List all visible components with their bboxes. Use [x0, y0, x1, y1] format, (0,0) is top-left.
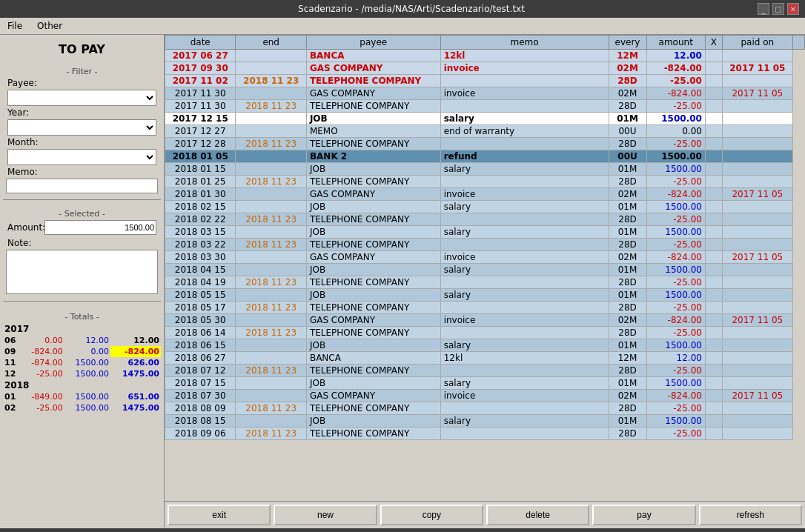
table-row[interactable]: 2017 06 27 BANCA 12kl 12M 12.00 — [165, 50, 805, 62]
year-select[interactable] — [7, 119, 156, 136]
cell-payee: TELEPHONE COMPANY — [306, 213, 440, 226]
payee-select[interactable] — [7, 90, 156, 106]
cell-x — [705, 62, 722, 75]
table-row[interactable]: 2018 04 15 JOB salary 01M 1500.00 — [165, 264, 805, 276]
header-x[interactable]: X — [705, 36, 722, 50]
cell-end — [236, 390, 306, 402]
cell-amount: 0.00 — [646, 125, 705, 138]
table-row[interactable]: 2018 06 15 JOB salary 01M 1500.00 — [165, 339, 805, 352]
table-row[interactable]: 2018 08 15 JOB salary 01M 1500.00 — [165, 415, 805, 428]
totals-month-row: 06 0.00 12.00 12.00 — [3, 335, 161, 346]
window-controls[interactable]: _ □ ✕ — [758, 3, 799, 15]
cell-every: 28D — [609, 239, 646, 251]
cell-memo — [440, 239, 609, 251]
cell-x — [705, 365, 722, 377]
table-row[interactable]: 2018 03 30 GAS COMPANY invoice 02M -824.… — [165, 251, 805, 264]
refresh-button[interactable]: refresh — [699, 505, 802, 525]
table-row[interactable]: 2018 06 14 2018 11 23 TELEPHONE COMPANY … — [165, 327, 805, 339]
table-row[interactable]: 2018 07 12 2018 11 23 TELEPHONE COMPANY … — [165, 365, 805, 377]
maximize-button[interactable]: □ — [772, 3, 784, 15]
table-row[interactable]: 2018 08 09 2018 11 23 TELEPHONE COMPANY … — [165, 402, 805, 415]
totals-month-row: 09 -824.00 0.00 -824.00 — [3, 346, 161, 357]
totals-year-row: 2018 — [3, 379, 161, 391]
cell-date: 2018 07 15 — [165, 377, 236, 390]
table-row[interactable]: 2018 04 19 2018 11 23 TELEPHONE COMPANY … — [165, 276, 805, 289]
cell-amount: -824.00 — [646, 188, 705, 201]
totals-table: 2017 06 0.00 12.00 12.00 09 -824.00 0.00… — [3, 323, 161, 413]
note-textarea[interactable] — [6, 250, 158, 294]
memo-input[interactable] — [6, 179, 158, 193]
cell-x — [705, 100, 722, 113]
header-memo[interactable]: memo — [440, 36, 609, 50]
cell-date: 2017 12 15 — [165, 113, 236, 125]
table-row[interactable]: 2017 12 15 JOB salary 01M 1500.00 — [165, 113, 805, 125]
cell-payee: BANCA — [306, 352, 440, 365]
header-date[interactable]: date — [165, 36, 236, 50]
table-row[interactable]: 2018 03 15 JOB salary 01M 1500.00 — [165, 226, 805, 239]
table-row[interactable]: 2018 01 15 JOB salary 01M 1500.00 — [165, 163, 805, 176]
table-container[interactable]: date end payee memo every amount X paid … — [165, 35, 805, 501]
cell-memo: salary — [440, 377, 609, 390]
table-row[interactable]: 2018 05 30 GAS COMPANY invoice 02M -824.… — [165, 314, 805, 327]
cell-paidon: 2017 11 05 — [722, 251, 792, 264]
table-row[interactable]: 2018 02 22 2018 11 23 TELEPHONE COMPANY … — [165, 213, 805, 226]
new-button[interactable]: new — [274, 505, 377, 525]
delete-button[interactable]: delete — [486, 505, 589, 525]
table-row[interactable]: 2018 02 15 JOB salary 01M 1500.00 — [165, 201, 805, 213]
minimize-button[interactable]: _ — [758, 3, 769, 15]
cell-x — [705, 213, 722, 226]
cell-memo: salary — [440, 201, 609, 213]
cell-date: 2017 11 30 — [165, 87, 236, 100]
table-row[interactable]: 2018 07 30 GAS COMPANY invoice 02M -824.… — [165, 390, 805, 402]
cell-x — [705, 251, 722, 264]
header-every[interactable]: every — [609, 36, 646, 50]
copy-button[interactable]: copy — [380, 505, 483, 525]
header-payee[interactable]: payee — [306, 36, 440, 50]
table-row[interactable]: 2018 05 17 2018 11 23 TELEPHONE COMPANY … — [165, 302, 805, 314]
header-paidon[interactable]: paid on — [722, 36, 792, 50]
table-row[interactable]: 2018 05 15 JOB salary 01M 1500.00 — [165, 289, 805, 302]
left-panel: TO PAY - Filter - Payee: Year: Month: — [0, 35, 165, 528]
cell-x — [705, 176, 722, 188]
cell-end — [236, 62, 306, 75]
cell-end: 2018 11 23 — [236, 75, 306, 87]
table-row[interactable]: 2018 03 22 2018 11 23 TELEPHONE COMPANY … — [165, 239, 805, 251]
cell-paidon — [722, 264, 792, 276]
cell-end — [236, 201, 306, 213]
cell-end — [236, 163, 306, 176]
exit-button[interactable]: exit — [168, 505, 271, 525]
cell-x — [705, 352, 722, 365]
table-row[interactable]: 2017 12 27 MEMO end of warranty 00U 0.00 — [165, 125, 805, 138]
header-amount[interactable]: amount — [646, 36, 705, 50]
cell-paidon — [722, 415, 792, 428]
cell-end — [236, 188, 306, 201]
table-row[interactable]: 2018 01 25 2018 11 23 TELEPHONE COMPANY … — [165, 176, 805, 188]
menu-other[interactable]: Other — [33, 19, 67, 33]
table-row[interactable]: 2017 11 30 GAS COMPANY invoice 02M -824.… — [165, 87, 805, 100]
amount-input[interactable] — [44, 220, 156, 235]
table-row[interactable]: 2018 01 05 BANK 2 refund 00U 1500.00 — [165, 150, 805, 163]
cell-end: 2018 11 23 — [236, 402, 306, 415]
cell-every: 28D — [609, 176, 646, 188]
cell-end — [236, 50, 306, 62]
table-row[interactable]: 2018 06 27 BANCA 12kl 12M 12.00 — [165, 352, 805, 365]
cell-date: 2017 11 30 — [165, 100, 236, 113]
cell-date: 2017 11 02 — [165, 75, 236, 87]
cell-every: 28D — [609, 213, 646, 226]
cell-x — [705, 87, 722, 100]
cell-payee: JOB — [306, 339, 440, 352]
month-select[interactable] — [7, 149, 156, 165]
pay-button[interactable]: pay — [592, 505, 695, 525]
table-row[interactable]: 2017 11 02 2018 11 23 TELEPHONE COMPANY … — [165, 75, 805, 87]
close-button[interactable]: ✕ — [787, 3, 799, 15]
table-row[interactable]: 2017 11 30 2018 11 23 TELEPHONE COMPANY … — [165, 100, 805, 113]
cell-end: 2018 11 23 — [236, 302, 306, 314]
header-end[interactable]: end — [236, 36, 306, 50]
table-row[interactable]: 2018 09 06 2018 11 23 TELEPHONE COMPANY … — [165, 428, 805, 440]
table-row[interactable]: 2018 01 30 GAS COMPANY invoice 02M -824.… — [165, 188, 805, 201]
menu-file[interactable]: File — [3, 19, 27, 33]
cell-x — [705, 188, 722, 201]
table-row[interactable]: 2018 07 15 JOB salary 01M 1500.00 — [165, 377, 805, 390]
table-row[interactable]: 2017 12 28 2018 11 23 TELEPHONE COMPANY … — [165, 138, 805, 150]
table-row[interactable]: 2017 09 30 GAS COMPANY invoice 02M -824.… — [165, 62, 805, 75]
